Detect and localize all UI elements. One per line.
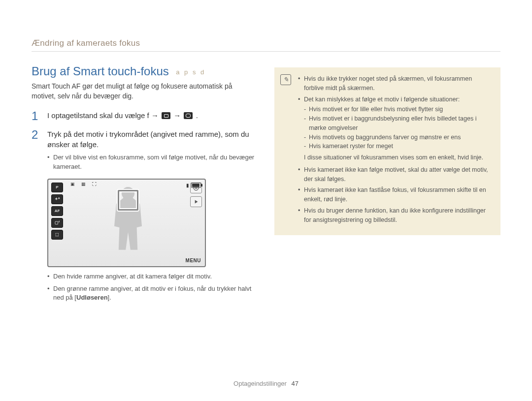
note-item-after: I disse situationer vil fokusrammen vise… — [304, 153, 492, 162]
note-item: Det kan mislykkes at følge et motiv i fø… — [298, 95, 492, 162]
camera-menu-label: MENU — [186, 258, 201, 263]
camera-icon-flash: ✦ᴬ — [51, 194, 63, 204]
divider — [32, 51, 500, 52]
camera-play-icon — [190, 196, 202, 207]
footer-section: Optageindstillinger — [233, 380, 287, 387]
camera-icon-af: AF — [51, 206, 63, 216]
after-image-bullet-2-post: ]. — [108, 294, 111, 301]
page-number: 47 — [291, 380, 298, 387]
note-subitem: Hvis kameraet ryster for meget — [304, 142, 492, 151]
note-item: Hvis kameraet ikke kan fastlåse fokus, v… — [298, 185, 492, 204]
camera-icon-style: ⬚ — [51, 230, 63, 240]
step-2-text: Tryk på det motiv i trykområdet (angivet… — [47, 129, 258, 151]
mode-icon — [162, 112, 170, 119]
shutter-bold: Udløseren — [76, 294, 108, 301]
step-1: 1 I optagetilstand skal du vælge f → → . — [32, 110, 258, 122]
step-2: 2 Tryk på det motiv i trykområdet (angiv… — [32, 129, 258, 172]
note-item: Hvis kameraet ikke kan følge motivet, sk… — [298, 165, 492, 184]
step-1-body: I optagetilstand skal du vælge f → → . — [47, 110, 198, 122]
step-2-body: Tryk på det motiv i trykområdet (angivet… — [47, 129, 258, 172]
note-subitem: Hvis motivet er i baggrundsbelysning ell… — [304, 114, 492, 133]
note-item-text: Det kan mislykkes at følge et motiv i fø… — [304, 96, 460, 103]
note-item: Hvis du bruger denne funktion, kan du ik… — [298, 206, 492, 225]
note-icon: ✎ — [280, 74, 291, 85]
step-1-text-post: . — [196, 111, 198, 120]
camera-left-icon-column: P ✦ᴬ AF ▢ᶠ ⬚ — [51, 183, 66, 263]
right-column: ✎ Hvis du ikke trykker noget sted på skæ… — [274, 64, 500, 303]
note-list: Hvis du ikke trykker noget sted på skærm… — [298, 74, 492, 224]
camera-right-icon-column — [190, 183, 202, 263]
title-row: Brug af Smart touch-fokus a p s d — [32, 64, 258, 78]
step-1-text-mid: → — [173, 111, 183, 120]
camera-icon-label: ▢ᶠ — [55, 221, 60, 225]
camera-icon-label: ⬚ — [55, 233, 59, 237]
step-number: 1 — [32, 110, 40, 122]
step-number: 2 — [32, 129, 40, 172]
camera-icon-mode: P — [51, 183, 63, 192]
after-image-bullet-2: Den grønne ramme angiver, at dit motiv e… — [47, 284, 258, 303]
svg-marker-2 — [195, 200, 198, 203]
camera-icon-label: AF — [55, 209, 60, 213]
camera-screen-preview: P ✦ᴬ AF ▢ᶠ ⬚ ▣ ▦ ⛶ ▮ — [47, 179, 206, 267]
step-2-bullet: Der vil blive vist en fokusramme, som vi… — [47, 153, 258, 172]
camera-icon-face: ▢ᶠ — [51, 218, 63, 228]
note-subitem: Hvis motivets og baggrundens farver og m… — [304, 133, 492, 142]
footer: Optageindstillinger 47 — [0, 380, 532, 387]
note-subitem: Hvis motivet er for lille eller hvis mot… — [304, 105, 492, 114]
intro-paragraph: Smart Touch AF gør det muligt at følge o… — [32, 81, 258, 101]
note-item: Hvis du ikke trykker noget sted på skærm… — [298, 74, 492, 93]
note-sublist: Hvis motivet er for lille eller hvis mot… — [304, 105, 492, 151]
camera-center-area — [66, 183, 190, 263]
touch-af-icon — [184, 112, 193, 119]
after-image-bullet-1: Den hvide ramme angiver, at dit kamera f… — [47, 272, 258, 281]
breadcrumb: Ændring af kameraets fokus — [32, 38, 500, 48]
camera-icon-label: ✦ᴬ — [55, 197, 60, 201]
camera-icon-label: P — [56, 185, 58, 189]
subject-silhouette — [101, 191, 155, 255]
focus-frame — [118, 190, 138, 211]
step-1-text-pre: I optagetilstand skal du vælge f → — [47, 111, 161, 120]
battery-icon — [191, 183, 201, 188]
left-column: Brug af Smart touch-fokus a p s d Smart … — [32, 64, 258, 303]
page-title: Brug af Smart touch-fokus — [32, 64, 169, 78]
mode-indicators: a p s d — [176, 68, 205, 76]
note-box: ✎ Hvis du ikke trykker noget sted på skæ… — [274, 67, 500, 235]
